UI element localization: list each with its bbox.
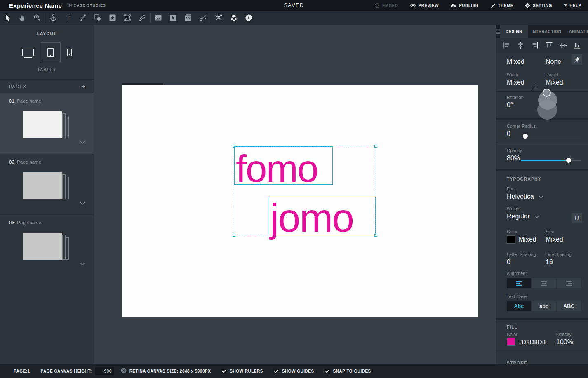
shape-tool[interactable]	[90, 11, 105, 25]
snap-to-guides-toggle[interactable]: SNAP TO GUIDES	[325, 369, 371, 374]
experience-title[interactable]: Experience Name	[9, 2, 62, 9]
pages-header: PAGES +	[0, 80, 94, 93]
desktop-icon	[22, 49, 34, 56]
slider-knob[interactable]	[566, 158, 571, 163]
embed-code-tool[interactable]	[181, 11, 195, 25]
publish-button[interactable]: PUBLISH	[450, 3, 478, 8]
align-top-button[interactable]	[546, 42, 553, 49]
text-align-left-button[interactable]	[507, 278, 531, 288]
page-thumbnail[interactable]	[23, 172, 62, 199]
text-case-lower-button[interactable]: abc	[532, 301, 556, 311]
font-size-value[interactable]: Mixed	[546, 236, 581, 243]
font-select[interactable]: Helvetica	[507, 193, 581, 200]
device-desktop[interactable]	[22, 49, 34, 56]
layers-tool[interactable]	[226, 11, 241, 25]
panel-grip-icon[interactable]	[496, 25, 500, 38]
font-row: Font Helvetica	[496, 181, 588, 202]
preview-button[interactable]: PREVIEW	[410, 3, 439, 8]
page-expand-chevron-icon[interactable]	[80, 260, 85, 268]
select-tool[interactable]	[0, 11, 15, 25]
page-label: 03. Page name	[9, 220, 41, 225]
canvas-height-input[interactable]	[95, 367, 114, 375]
zoom-tool[interactable]	[30, 11, 45, 25]
info-tool[interactable]	[241, 11, 256, 25]
page-label: 02. Page name	[9, 160, 41, 164]
position-row: Mixed None	[496, 53, 588, 70]
rotation-dial-knob[interactable]	[543, 89, 551, 97]
page-label: 01. Page name	[9, 99, 41, 103]
text-color-swatch[interactable]	[507, 235, 515, 244]
page-stack-outline	[62, 113, 66, 138]
text-tool[interactable]: T	[61, 11, 75, 25]
hand-tool[interactable]	[15, 11, 30, 25]
line-tool[interactable]	[75, 11, 90, 25]
tab-design[interactable]: DESIGN	[500, 25, 528, 38]
phone-icon	[67, 49, 72, 56]
device-mobile[interactable]	[67, 49, 72, 56]
device-tablet[interactable]	[41, 42, 61, 62]
text-align-center-button[interactable]	[532, 278, 556, 288]
checkbox-checked-icon	[273, 369, 279, 374]
page-expand-chevron-icon[interactable]	[80, 200, 85, 207]
page-expand-chevron-icon[interactable]	[80, 139, 85, 146]
align-vertical-center-button[interactable]	[560, 42, 567, 49]
embed-button[interactable]: EMBED	[374, 3, 398, 8]
fill-hex-value[interactable]: D8D8D8	[522, 338, 546, 345]
line-spacing-value[interactable]: 16	[546, 258, 581, 266]
design-inspector: DESIGN INTERACTION ANIMATION Mixed None	[496, 25, 588, 364]
align-left-button[interactable]	[503, 42, 510, 49]
corner-radius-row: Corner Radius 0	[496, 120, 588, 143]
image-tool[interactable]	[151, 11, 166, 25]
corner-radius-value[interactable]: 0	[507, 130, 581, 138]
align-right-button[interactable]	[531, 42, 539, 49]
add-page-button[interactable]: +	[81, 83, 85, 90]
tab-interaction[interactable]: INTERACTION	[528, 25, 565, 38]
pin-button[interactable]	[572, 54, 582, 65]
sticker-tool[interactable]	[105, 11, 120, 25]
position-value[interactable]: Mixed	[507, 58, 546, 66]
fill-opacity-value[interactable]: 100%	[556, 338, 581, 346]
connector-tool[interactable]	[195, 11, 210, 25]
rotation-dial[interactable]	[536, 92, 561, 118]
breadcrumb[interactable]: IN CASE STUDIES	[68, 3, 106, 7]
corner-radius-slider[interactable]	[523, 136, 581, 136]
weight-select[interactable]: Regular	[507, 213, 581, 220]
page-item-3[interactable]: 03. Page name	[0, 214, 94, 275]
selection-handle-top-right[interactable]	[374, 145, 377, 148]
align-bottom-button[interactable]	[574, 42, 581, 49]
retina-info-icon[interactable]	[121, 368, 127, 374]
text-layer-fomo[interactable]: fomo	[234, 146, 333, 185]
underline-button[interactable]: U	[572, 213, 582, 223]
inspector-body: Mixed None WidthMixed HeightMixed Rotati…	[496, 53, 588, 364]
show-rulers-toggle[interactable]: SHOW RULERS	[221, 369, 263, 374]
mask-curve-tool[interactable]	[135, 11, 150, 25]
letter-spacing-value[interactable]: 0	[507, 258, 546, 266]
status-bar: PAGE:1 PAGE CANVAS HEIGHT: RETINA CANVAS…	[0, 364, 588, 378]
tab-animation[interactable]: ANIMATION	[565, 25, 588, 38]
mask-rect-tool[interactable]	[120, 11, 135, 25]
show-guides-toggle[interactable]: SHOW GUIDES	[273, 369, 314, 374]
link-dimensions-icon[interactable]	[531, 84, 537, 92]
opacity-slider[interactable]	[521, 160, 581, 161]
help-button[interactable]: ? HELP	[564, 2, 581, 9]
video-tool[interactable]	[166, 11, 181, 25]
align-horizontal-center-button[interactable]	[517, 42, 524, 49]
fill-color-swatch[interactable]	[507, 338, 515, 346]
selection-handle-bottom-left[interactable]	[233, 234, 235, 237]
page-item-1[interactable]: 01. Page name	[0, 93, 94, 154]
advanced-tools[interactable]	[212, 11, 226, 25]
slider-knob[interactable]	[523, 134, 528, 139]
eye-icon	[410, 3, 416, 8]
page-thumbnail[interactable]	[23, 233, 62, 260]
setting-button[interactable]: SETTING	[525, 3, 552, 8]
theme-button[interactable]: THEME	[490, 3, 514, 8]
anchor-tool[interactable]	[46, 11, 61, 25]
text-case-upper-button[interactable]: ABC	[557, 301, 581, 311]
text-align-right-button[interactable]	[557, 278, 581, 288]
height-value[interactable]: Mixed	[546, 79, 581, 86]
width-value[interactable]: Mixed	[507, 79, 546, 86]
text-layer-jomo[interactable]: jomo	[268, 197, 376, 235]
page-item-2[interactable]: 02. Page name	[0, 154, 94, 214]
page-thumbnail[interactable]	[23, 111, 62, 138]
text-case-capitalize-button[interactable]: Abc	[507, 301, 531, 311]
